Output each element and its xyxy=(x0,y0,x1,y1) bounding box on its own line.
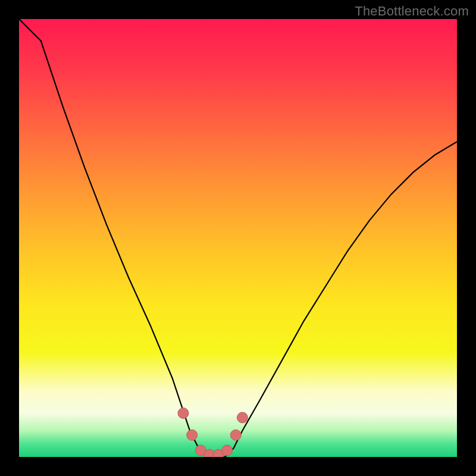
curve-svg xyxy=(19,19,457,457)
trough-markers-group xyxy=(178,408,248,457)
trough-marker xyxy=(187,430,198,440)
watermark-text: TheBottleneck.com xyxy=(355,4,469,19)
outer-frame: TheBottleneck.com xyxy=(0,0,476,476)
trough-marker xyxy=(237,412,248,423)
trough-marker xyxy=(222,445,233,456)
trough-marker xyxy=(178,408,189,418)
plot-area xyxy=(19,19,457,457)
trough-marker xyxy=(230,430,241,440)
bottleneck-curve-path xyxy=(19,19,457,457)
